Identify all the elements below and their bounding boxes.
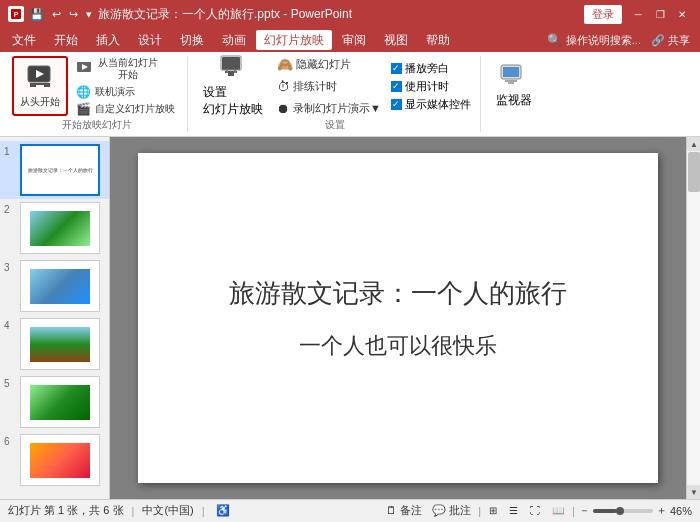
- slide-thumb-img-6: [30, 443, 90, 478]
- online-present-button[interactable]: 🌐 联机演示: [70, 84, 181, 100]
- menu-file[interactable]: 文件: [4, 30, 44, 50]
- scrollbar-vertical: ▲ ▼: [686, 137, 700, 499]
- slide-subtitle: 一个人也可以很快乐: [299, 331, 497, 361]
- ribbon-group-settings: 设置幻灯片放映 🙈 隐藏幻灯片 ⏱ 排练计时 ⏺ 录制幻灯片演示▼: [190, 56, 481, 132]
- slide-canvas[interactable]: 旅游散文记录：一个人的旅行 一个人也可以很快乐: [138, 153, 658, 483]
- ribbon-group-content-3: 监视器: [489, 56, 539, 122]
- scroll-up-arrow[interactable]: ▲: [687, 137, 700, 151]
- zoom-slider[interactable]: [593, 509, 653, 513]
- restore-btn[interactable]: ❐: [650, 6, 670, 22]
- slideshow-view-btn[interactable]: ⛶: [526, 504, 544, 517]
- slide-number-5: 5: [4, 378, 16, 389]
- status-right: 🗒 备注 💬 批注 | ⊞ ☰ ⛶ 📖 | － ＋ 46%: [383, 502, 692, 519]
- zoom-in-btn[interactable]: ＋: [656, 503, 667, 518]
- menu-transition[interactable]: 切换: [172, 30, 212, 50]
- menu-review[interactable]: 审阅: [334, 30, 374, 50]
- setup-button[interactable]: 设置幻灯片放映: [196, 56, 270, 116]
- online-present-label: 联机演示: [95, 86, 135, 98]
- monitor-button[interactable]: 监视器: [489, 56, 539, 116]
- scroll-track[interactable]: [687, 151, 700, 485]
- zoom-handle: [616, 507, 624, 515]
- search-box[interactable]: 操作说明搜索...: [566, 33, 641, 48]
- online-present-icon: 🌐: [76, 85, 91, 99]
- login-button[interactable]: 登录: [584, 5, 622, 24]
- close-btn[interactable]: ✕: [672, 6, 692, 22]
- slide-thumb-img-5: [30, 385, 90, 420]
- comments-btn[interactable]: 💬 批注: [429, 502, 474, 519]
- slides-panel: 1 旅游散文记录：一个人的旅行 2 3 4: [0, 137, 110, 499]
- menu-help[interactable]: 帮助: [418, 30, 458, 50]
- svg-text:P: P: [14, 11, 19, 18]
- custom-show-button[interactable]: 🎬 自定义幻灯片放映: [70, 101, 181, 117]
- menu-animation[interactable]: 动画: [214, 30, 254, 50]
- monitor-label: 监视器: [496, 92, 532, 109]
- minimize-btn[interactable]: ─: [628, 6, 648, 22]
- slide-item-1[interactable]: 1 旅游散文记录：一个人的旅行: [0, 141, 109, 199]
- ribbon-group-content-2: 设置幻灯片放映 🙈 隐藏幻灯片 ⏱ 排练计时 ⏺ 录制幻灯片演示▼: [196, 56, 474, 116]
- menu-right: 🔍 操作说明搜索... 🔗 共享: [547, 31, 696, 50]
- rehearse-icon: ⏱: [277, 79, 290, 94]
- slide-number-4: 4: [4, 320, 16, 331]
- svg-rect-12: [228, 73, 234, 76]
- from-start-button[interactable]: 从头开始: [12, 56, 68, 116]
- slide-count-info: 幻灯片 第 1 张，共 6 张: [8, 503, 124, 518]
- hide-slide-button[interactable]: 🙈 隐藏幻灯片: [272, 54, 386, 75]
- show-media-cb[interactable]: ✓ 显示媒体控件: [388, 96, 474, 113]
- svg-rect-14: [234, 69, 236, 73]
- menu-view[interactable]: 视图: [376, 30, 416, 50]
- outline-view-btn[interactable]: ☰: [505, 504, 522, 517]
- slide-thumbnail-6: [20, 434, 100, 486]
- use-timings-label: 使用计时: [405, 79, 449, 94]
- slide-number-1: 1: [4, 146, 16, 157]
- slide-thumbnail-4: [20, 318, 100, 370]
- menu-slideshow[interactable]: 幻灯片放映: [256, 30, 332, 50]
- scroll-thumb[interactable]: [688, 152, 700, 192]
- play-narrations-label: 播放旁白: [405, 61, 449, 76]
- main-wrapper: 1 旅游散文记录：一个人的旅行 2 3 4: [0, 137, 700, 499]
- undo-qa-btn[interactable]: ↩: [50, 6, 63, 23]
- slide-item-2[interactable]: 2: [0, 199, 109, 257]
- accessibility-icon[interactable]: ♿: [213, 503, 233, 518]
- slide-item-6[interactable]: 6: [0, 431, 109, 489]
- play-narrations-checkbox[interactable]: ✓: [391, 63, 402, 74]
- custom-show-icon: 🎬: [76, 102, 91, 116]
- zoom-out-btn[interactable]: －: [579, 503, 590, 518]
- slide-thumb-img-4: [30, 327, 90, 362]
- slide-thumbnail-1: 旅游散文记录：一个人的旅行: [20, 144, 100, 196]
- ribbon-group-content-1: 从头开始 从当前幻灯片开始 🌐 联机演示: [12, 56, 181, 116]
- redo-qa-btn[interactable]: ↪: [67, 6, 80, 23]
- scroll-down-arrow[interactable]: ▼: [687, 485, 700, 499]
- share-btn[interactable]: 🔗 共享: [645, 31, 696, 50]
- record-button[interactable]: ⏺ 录制幻灯片演示▼: [272, 98, 386, 119]
- ribbon-group-start-show: 从头开始 从当前幻灯片开始 🌐 联机演示: [6, 56, 188, 132]
- show-media-checkbox[interactable]: ✓: [391, 99, 402, 110]
- menu-design[interactable]: 设计: [130, 30, 170, 50]
- save-qa-btn[interactable]: 💾: [28, 6, 46, 23]
- reading-view-btn[interactable]: 📖: [548, 504, 568, 517]
- menu-start[interactable]: 开始: [46, 30, 86, 50]
- setup-icon: [220, 55, 246, 82]
- status-left: 幻灯片 第 1 张，共 6 张 | 中文(中国) | ♿: [8, 503, 233, 518]
- normal-view-btn[interactable]: ⊞: [485, 504, 501, 517]
- zoom-fill: [593, 509, 617, 513]
- slide-item-3[interactable]: 3: [0, 257, 109, 315]
- setup-label: 设置幻灯片放映: [203, 84, 263, 118]
- show-media-label: 显示媒体控件: [405, 97, 471, 112]
- customize-qa-btn[interactable]: ▾: [84, 6, 94, 23]
- svg-rect-13: [226, 69, 228, 73]
- use-timings-checkbox[interactable]: ✓: [391, 81, 402, 92]
- slide-item-5[interactable]: 5: [0, 373, 109, 431]
- window-controls: ─ ❐ ✕: [628, 6, 692, 22]
- play-narrations-cb[interactable]: ✓ 播放旁白: [388, 60, 474, 77]
- menu-insert[interactable]: 插入: [88, 30, 128, 50]
- zoom-percent[interactable]: 46%: [670, 505, 692, 517]
- svg-rect-16: [503, 67, 519, 77]
- ribbon-group-monitor: 监视器: [483, 56, 545, 124]
- app-icon: P: [8, 6, 24, 22]
- slide-item-4[interactable]: 4: [0, 315, 109, 373]
- use-timings-cb[interactable]: ✓ 使用计时: [388, 78, 474, 95]
- rehearse-button[interactable]: ⏱ 排练计时: [272, 76, 386, 97]
- record-icon: ⏺: [277, 101, 290, 116]
- notes-btn[interactable]: 🗒 备注: [383, 502, 425, 519]
- from-current-button[interactable]: 从当前幻灯片开始: [70, 55, 181, 83]
